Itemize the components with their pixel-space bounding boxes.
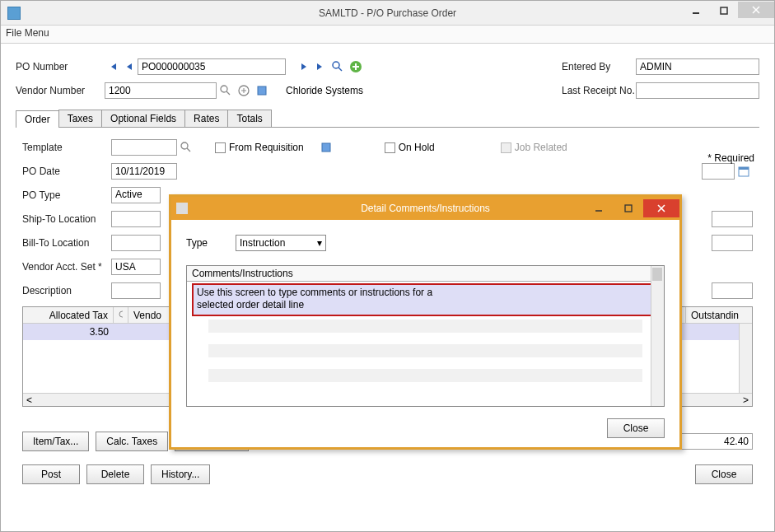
history-button[interactable]: History... (151, 464, 210, 484)
bill-to-label: Bill-To Location (22, 237, 111, 249)
comment-line2: selected order detail line (197, 299, 654, 311)
tab-totals[interactable]: Totals (227, 110, 271, 127)
po-date-label: PO Date (22, 166, 111, 177)
vendor-number-label: Vendor Number (16, 85, 105, 96)
template-finder-icon[interactable] (179, 140, 194, 155)
vendor-acct-input[interactable] (111, 259, 161, 275)
new-icon[interactable] (348, 59, 363, 74)
prev-record-icon[interactable] (124, 61, 135, 72)
from-requisition-checkbox[interactable] (215, 142, 226, 153)
required-indicator: * Required (707, 152, 754, 164)
window-titlebar: SAMLTD - P/O Purchase Order (1, 1, 774, 26)
job-related-label: Job Related (515, 142, 567, 153)
dialog-icon (176, 203, 188, 214)
ship-to-label: Ship-To Location (22, 213, 111, 225)
comments-empty-row[interactable] (208, 369, 642, 382)
comments-grid[interactable]: Comments/Instructions Use this screen to… (186, 265, 665, 407)
svg-line-5 (338, 68, 342, 71)
vendor-name: Chloride Systems (286, 85, 363, 96)
detail-comments-dialog: Detail Comments/Instructions Type Instru… (169, 194, 682, 450)
dialog-close-button[interactable]: Close (607, 418, 665, 438)
description-label: Description (22, 285, 111, 296)
ship-to-extra-input[interactable] (712, 211, 753, 227)
finder-icon[interactable] (218, 83, 233, 98)
entered-by-label: Entered By (562, 61, 636, 72)
comments-vertical-scrollbar[interactable] (651, 266, 664, 406)
chevron-down-icon: ▾ (317, 237, 322, 249)
comment-line1: Use this screen to type comments or inst… (197, 287, 654, 299)
last-receipt-input[interactable] (636, 82, 759, 99)
template-input[interactable] (111, 139, 177, 156)
po-type-select[interactable]: Active (111, 187, 161, 203)
job-related-checkbox (501, 142, 511, 153)
grid-col-allocated-tax[interactable]: Allocated Tax (23, 307, 114, 323)
tabstrip: Order Taxes Optional Fields Rates Totals (16, 110, 759, 128)
svg-line-10 (226, 91, 230, 95)
bill-to-input[interactable] (111, 235, 161, 251)
requisition-drilldown-icon[interactable] (319, 140, 334, 155)
svg-rect-19 (739, 167, 749, 170)
next-record-icon[interactable] (298, 61, 310, 72)
window-minimize-button[interactable] (682, 2, 710, 20)
description-input[interactable] (111, 282, 161, 299)
on-hold-label: On Hold (399, 142, 435, 153)
vendor-number-input[interactable] (105, 82, 217, 99)
on-hold-checkbox[interactable] (385, 142, 395, 153)
zoom-icon[interactable] (330, 59, 345, 74)
po-number-input[interactable] (138, 58, 286, 75)
entered-by-input[interactable] (636, 58, 759, 75)
arrival-date-input[interactable] (702, 163, 735, 180)
bill-to-extra-input[interactable] (712, 235, 753, 251)
tab-taxes[interactable]: Taxes (58, 110, 102, 127)
add-vendor-icon[interactable] (236, 83, 251, 98)
vendor-acct-label: Vendor Acct. Set * (22, 261, 111, 273)
svg-rect-1 (721, 7, 727, 14)
comments-column-header: Comments/Instructions (187, 266, 664, 282)
window-maximize-button[interactable] (710, 2, 738, 20)
app-icon (7, 7, 21, 20)
from-requisition-label: From Requisition (229, 142, 304, 153)
tab-rates[interactable]: Rates (184, 110, 228, 127)
calc-taxes-button[interactable]: Calc. Taxes (96, 432, 168, 451)
delete-button[interactable]: Delete (86, 464, 144, 484)
grid-col-outstanding[interactable]: Outstandin (686, 307, 752, 323)
svg-rect-17 (322, 143, 330, 152)
close-button[interactable]: Close (695, 464, 753, 484)
tab-order[interactable]: Order (16, 110, 59, 128)
dialog-maximize-button[interactable] (614, 199, 643, 217)
grid-cell-tax: 3.50 (23, 326, 114, 338)
comments-row-highlight[interactable]: Use this screen to type comments or inst… (192, 283, 659, 316)
dialog-close-x-button[interactable] (643, 199, 679, 217)
grid-vertical-scrollbar[interactable] (739, 324, 752, 393)
svg-rect-23 (625, 205, 632, 212)
po-type-label: PO Type (22, 189, 111, 201)
type-select[interactable]: Instruction ▾ (236, 235, 326, 251)
svg-point-4 (333, 62, 339, 68)
scroll-left-icon[interactable]: < (23, 394, 35, 406)
svg-line-16 (187, 148, 190, 152)
svg-point-20 (119, 311, 123, 317)
grid-col-finder-icon[interactable] (114, 307, 128, 323)
po-number-label: PO Number (16, 61, 105, 72)
scroll-right-icon[interactable]: > (740, 394, 752, 406)
dialog-minimize-button[interactable] (584, 199, 614, 217)
template-label: Template (22, 142, 111, 153)
first-record-icon[interactable] (107, 61, 119, 72)
file-menu[interactable]: File Menu (6, 27, 49, 39)
reference-input[interactable] (712, 282, 753, 299)
menubar: File Menu (1, 26, 774, 44)
calendar-icon[interactable] (736, 164, 751, 179)
ship-to-input[interactable] (111, 211, 161, 227)
window-close-button[interactable] (738, 2, 774, 18)
post-button[interactable]: Post (22, 464, 80, 484)
svg-point-15 (181, 142, 188, 149)
svg-point-9 (221, 86, 227, 92)
comments-empty-row[interactable] (208, 344, 642, 357)
svg-rect-14 (258, 86, 266, 95)
vendor-drilldown-icon[interactable] (254, 83, 269, 98)
comments-empty-row[interactable] (208, 320, 642, 333)
item-tax-button[interactable]: Item/Tax... (22, 432, 89, 451)
tab-optional-fields[interactable]: Optional Fields (101, 110, 185, 127)
po-date-input[interactable] (111, 163, 177, 180)
last-record-icon[interactable] (315, 61, 326, 72)
